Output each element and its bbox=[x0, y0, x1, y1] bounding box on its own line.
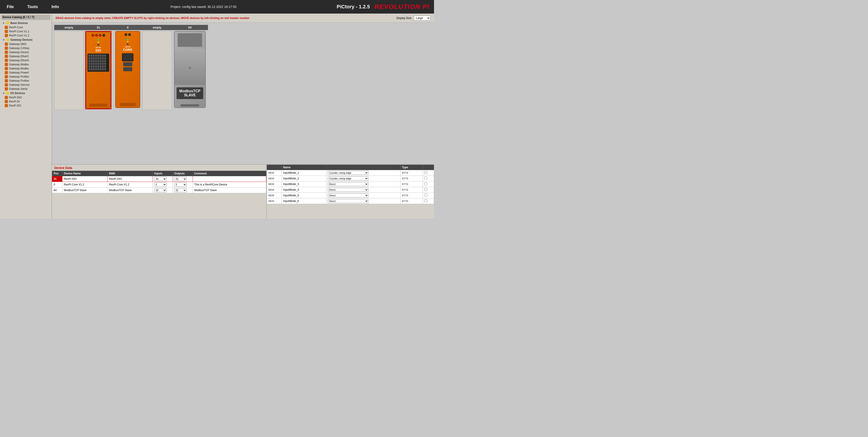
row-checkbox[interactable] bbox=[424, 188, 427, 191]
display-size-select[interactable]: Large Medium Small bbox=[414, 16, 430, 21]
cell-checkbox[interactable] bbox=[423, 193, 434, 198]
tools-menu[interactable]: Tools bbox=[25, 3, 40, 11]
row-checkbox[interactable] bbox=[424, 182, 427, 185]
sidebar-item-gateway-modbu2[interactable]: Gateway Modbu bbox=[1, 66, 51, 70]
inputs-select[interactable]: 53234 bbox=[154, 182, 166, 186]
row-checkbox[interactable] bbox=[424, 199, 427, 202]
inputs-select[interactable]: 34532 bbox=[154, 177, 166, 181]
terminal bbox=[104, 60, 106, 62]
device-icon bbox=[5, 71, 8, 74]
cell-device-name[interactable]: RevPi Core V1.2 bbox=[62, 182, 107, 187]
sidebar-item-revpi-di[interactable]: RevPi DI bbox=[1, 99, 51, 104]
cell-inputs[interactable]: 34532 bbox=[153, 176, 173, 182]
device-icon bbox=[5, 87, 8, 90]
empty-slot-area-1[interactable] bbox=[54, 31, 84, 110]
cell-dropdown[interactable]: DirectCounter, rising edgeCounter, falli… bbox=[326, 176, 400, 181]
cell-checkbox[interactable] bbox=[423, 187, 434, 193]
cell-dropdown[interactable]: DirectCounter, rising edgeCounter, falli… bbox=[326, 170, 400, 176]
cell-dropdown[interactable]: DirectCounter, rising edgeCounter, falli… bbox=[326, 181, 400, 187]
cell-comment[interactable]: ModbusTCP Slave bbox=[193, 187, 266, 193]
empty-slot-area-2[interactable] bbox=[143, 31, 172, 110]
tree-folder-base-devices[interactable]: ▼ Base Devices bbox=[1, 21, 51, 25]
cell-checkbox[interactable] bbox=[423, 198, 434, 204]
cell-checkbox[interactable] bbox=[423, 170, 434, 176]
sidebar-item-gateway-device[interactable]: Gateway Device bbox=[1, 50, 51, 54]
row-checkbox[interactable] bbox=[424, 171, 427, 174]
outputs-select[interactable]: 332 bbox=[174, 182, 187, 186]
sidebar-item-gateway-powerl[interactable]: Gateway Powerl bbox=[1, 70, 51, 75]
row-checkbox[interactable] bbox=[424, 194, 427, 197]
cell-bmk[interactable]: ModbusTCP Slave bbox=[107, 187, 153, 193]
sidebar-item-gateway-modbu1[interactable]: Gateway Modbu bbox=[1, 62, 51, 66]
sidebar-item-gateway-profine[interactable]: Gateway Profine bbox=[1, 79, 51, 83]
cell-dropdown[interactable]: DirectCounter, rising edgeCounter, falli… bbox=[326, 198, 400, 204]
cell-bmk[interactable]: RevPi Core V1.2 bbox=[107, 182, 153, 187]
mode-select[interactable]: DirectCounter, rising edgeCounter, falli… bbox=[328, 176, 368, 180]
device-revpi-dio[interactable]: REVPI DIO bbox=[85, 31, 112, 109]
cell-checkbox[interactable] bbox=[423, 181, 434, 187]
slot-header-0[interactable]: 0 bbox=[113, 25, 143, 30]
cell-dropdown[interactable]: DirectCounter, rising edgeCounter, falli… bbox=[326, 193, 400, 198]
sidebar-item-gateway-etherc[interactable]: Gateway EtherC bbox=[1, 54, 51, 58]
slot-0[interactable]: 0 bbox=[113, 25, 143, 108]
slot-header-empty2[interactable]: empty bbox=[143, 25, 172, 30]
slot-empty-1[interactable]: empty bbox=[54, 25, 84, 110]
cell-bmk[interactable]: RevPi DIO bbox=[107, 176, 153, 182]
sidebar-item-revpi-core-v11[interactable]: RevPi Core V1.1 bbox=[1, 29, 51, 33]
sidebar-item-gateway-serial[interactable]: Gateway Serial bbox=[1, 87, 51, 91]
mode-select[interactable]: DirectCounter, rising edgeCounter, falli… bbox=[328, 199, 368, 203]
slot-empty-2[interactable]: empty bbox=[143, 25, 172, 110]
sidebar-item-gateway-ethern[interactable]: Gateway EtherN bbox=[1, 58, 51, 62]
device-data-panel: Device Data Pos Device Name BMK Inputs O… bbox=[52, 165, 267, 218]
row-checkbox[interactable] bbox=[424, 177, 427, 180]
outputs-select[interactable]: 323 bbox=[174, 188, 187, 192]
sidebar-item-revpi-do[interactable]: RevPi DO bbox=[1, 104, 51, 108]
cell-comment[interactable] bbox=[193, 176, 266, 182]
cell-device-name[interactable]: ModbusTCP Slave bbox=[62, 187, 107, 193]
slot-31[interactable]: 31 bbox=[84, 25, 113, 109]
cell-dropdown[interactable]: DirectCounter, rising edgeCounter, falli… bbox=[326, 187, 400, 193]
tree-folder-io-devices[interactable]: ▼ I/O Devices bbox=[1, 91, 51, 95]
sidebar-item-revpi-dio[interactable]: RevPi DIO bbox=[1, 95, 51, 99]
cell-outputs[interactable]: 323 bbox=[173, 176, 193, 182]
device-revpi-core[interactable]: REVPI CORE bbox=[115, 31, 140, 108]
sidebar-item-revpi-core-v12[interactable]: RevPi Core V1.2 bbox=[1, 33, 51, 37]
device-canvas[interactable]: empty 31 bbox=[52, 23, 434, 164]
slot-header-64[interactable]: 64 bbox=[172, 25, 208, 30]
cell-inputs[interactable]: 32534 bbox=[153, 187, 173, 193]
device-brand-label: REVPI DIO bbox=[96, 47, 101, 52]
tree-folder-gateway-devices[interactable]: ▼ Gateway Devices bbox=[1, 37, 51, 42]
sidebar-item-revpi-core[interactable]: RevPi Core bbox=[1, 25, 51, 29]
cell-outputs[interactable]: 332 bbox=[173, 182, 193, 187]
file-menu[interactable]: File bbox=[4, 3, 16, 11]
slot-header-31[interactable]: 31 bbox=[84, 25, 113, 30]
rp-col-dropdown bbox=[326, 165, 400, 170]
cell-outputs[interactable]: 323 bbox=[173, 187, 193, 193]
sidebar-item-gateway-sercosi[interactable]: Gateway Sercosi bbox=[1, 83, 51, 87]
sidebar-item-gateway-canop[interactable]: Gateway CANop bbox=[1, 46, 51, 50]
sidebar-item-gateway-dmx[interactable]: Gateway DMX bbox=[1, 42, 51, 46]
slot-64[interactable]: 64 ModbusTCPSLAVE bbox=[172, 25, 208, 108]
info-menu[interactable]: Info bbox=[49, 3, 61, 11]
cell-device-name[interactable]: RevPi DIO bbox=[62, 176, 107, 182]
cell-checkbox[interactable] bbox=[423, 176, 434, 181]
cell-inputs[interactable]: 53234 bbox=[153, 182, 173, 187]
sidebar-item-gateway-profibu[interactable]: Gateway Profibu bbox=[1, 75, 51, 79]
slot-header-empty1[interactable]: empty bbox=[54, 25, 84, 30]
mode-select[interactable]: DirectCounter, rising edgeCounter, falli… bbox=[328, 182, 368, 186]
cell-comment[interactable]: This is a RevPiCore Device bbox=[193, 182, 266, 187]
table-row[interactable]: 31RevPi DIORevPi DIO34532323 bbox=[52, 176, 266, 182]
table-row[interactable]: 0RevPi Core V1.2RevPi Core V1.253234332T… bbox=[52, 182, 266, 187]
sidebar-scroll[interactable]: ▼ Base Devices RevPi Core RevPi Core V1.… bbox=[1, 21, 51, 108]
outputs-select[interactable]: 323 bbox=[174, 177, 187, 181]
mode-select[interactable]: DirectCounter, rising edgeCounter, falli… bbox=[328, 194, 368, 198]
device-icon bbox=[5, 83, 8, 86]
inputs-select[interactable]: 32534 bbox=[154, 188, 166, 192]
terminal bbox=[102, 68, 104, 70]
mode-select[interactable]: DirectCounter, rising edgeCounter, falli… bbox=[328, 171, 368, 175]
table-row[interactable]: 64ModbusTCP SlaveModbusTCP Slave32534323… bbox=[52, 187, 266, 193]
terminal bbox=[102, 55, 104, 57]
mode-select[interactable]: DirectCounter, rising edgeCounter, falli… bbox=[328, 188, 368, 192]
terminal bbox=[102, 65, 104, 68]
device-modbus-slave[interactable]: ModbusTCPSLAVE bbox=[174, 31, 206, 108]
